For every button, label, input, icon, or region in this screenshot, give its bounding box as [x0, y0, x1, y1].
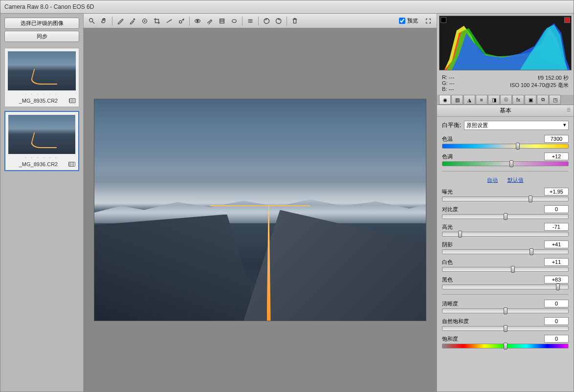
- slider-temp: 色温: [442, 135, 569, 149]
- slider-value-input[interactable]: [544, 317, 569, 325]
- slider-value-input[interactable]: [544, 135, 569, 143]
- svg-point-7: [197, 20, 199, 22]
- thumbnail-rating[interactable]: · · · · · ·: [8, 92, 76, 96]
- highlight-clip-icon[interactable]: [564, 17, 570, 23]
- main-image: [94, 99, 426, 321]
- svg-point-0: [89, 18, 93, 22]
- graduated-filter-icon[interactable]: [217, 16, 227, 26]
- panel-tabs: ◉ ▨ ◮ ≡ ◨ ⦾ fx ▣ ⧉ ◳: [437, 95, 574, 105]
- wb-label: 白平衡:: [442, 121, 461, 130]
- tab-fx[interactable]: fx: [512, 95, 524, 105]
- default-link[interactable]: 默认值: [508, 177, 524, 183]
- histogram[interactable]: [439, 16, 572, 70]
- preview-area: 预览: [84, 14, 437, 392]
- slider-label: 清晰度: [442, 300, 458, 307]
- slider-thumb[interactable]: [511, 266, 515, 273]
- slider-track[interactable]: [442, 308, 569, 313]
- fullscreen-icon[interactable]: [423, 16, 434, 26]
- slider-value-input[interactable]: [544, 335, 569, 343]
- app-title: Camera Raw 8.0 - Canon EOS 6D: [4, 3, 94, 10]
- slider-track[interactable]: [442, 214, 569, 219]
- image-canvas[interactable]: [84, 28, 437, 392]
- slider-value-input[interactable]: [544, 276, 569, 283]
- slider-thumb[interactable]: [504, 325, 508, 332]
- thumbnail-filename: _MG_8936.CR2: [8, 161, 68, 167]
- slider-value-input[interactable]: [544, 152, 569, 160]
- slider-value-input[interactable]: [544, 223, 569, 231]
- rotate-cw-icon[interactable]: [273, 16, 284, 26]
- tab-split[interactable]: ◨: [488, 95, 500, 105]
- slider-thumb[interactable]: [516, 143, 520, 150]
- slider-track[interactable]: [442, 284, 569, 289]
- redeye-tool-icon[interactable]: [192, 16, 203, 26]
- window-body: 选择已评级的图像 同步 · · · · · · _MG_8935.CR2 · ·…: [0, 14, 574, 392]
- tab-snapshots[interactable]: ◳: [549, 95, 561, 105]
- tab-detail[interactable]: ◮: [464, 95, 475, 105]
- shadow-clip-icon[interactable]: [441, 17, 446, 23]
- slider-track[interactable]: [442, 344, 569, 348]
- straighten-tool-icon[interactable]: [164, 16, 175, 26]
- select-rated-button[interactable]: 选择已评级的图像: [4, 18, 79, 29]
- slider-thumb[interactable]: [504, 307, 508, 314]
- slider-value-input[interactable]: [544, 240, 569, 248]
- title-bar: Camera Raw 8.0 - Canon EOS 6D: [0, 0, 574, 14]
- hand-tool-icon[interactable]: [99, 16, 110, 26]
- slider-track[interactable]: [442, 144, 569, 149]
- slider-value-input[interactable]: [544, 205, 569, 213]
- tab-curve[interactable]: ▨: [451, 95, 463, 105]
- tab-basic[interactable]: ◉: [439, 95, 451, 105]
- wb-select[interactable]: 原照设置: [464, 121, 569, 130]
- slider-value-input[interactable]: [544, 300, 569, 307]
- slider-label: 阴影: [442, 241, 453, 248]
- image-metadata: R: --- G: --- B: --- f/9 152.00 秒 ISO 10…: [437, 72, 574, 95]
- preview-checkbox[interactable]: [399, 18, 405, 24]
- tab-lens[interactable]: ⦾: [500, 95, 512, 105]
- preferences-icon[interactable]: [245, 16, 256, 26]
- zoom-tool-icon[interactable]: [87, 16, 97, 26]
- slider-value-input[interactable]: [544, 258, 569, 266]
- thumbnail-rating[interactable]: · · · · · ·: [8, 155, 75, 160]
- tab-presets[interactable]: ⧉: [537, 95, 549, 105]
- meta-b: B: ---: [442, 86, 455, 92]
- slider-thumb[interactable]: [556, 283, 560, 290]
- rotate-ccw-icon[interactable]: [261, 16, 272, 26]
- slider-thumb[interactable]: [458, 231, 462, 238]
- meta-g: G: ---: [442, 80, 455, 86]
- svg-point-11: [232, 19, 237, 22]
- targeted-adjust-icon[interactable]: [139, 16, 150, 26]
- panel-menu-icon[interactable]: ☰: [567, 108, 571, 112]
- trash-icon[interactable]: [289, 16, 300, 26]
- slider-thumb[interactable]: [529, 196, 532, 202]
- adjustment-brush-icon[interactable]: [204, 16, 215, 26]
- slider-track[interactable]: [442, 196, 569, 201]
- tab-camera[interactable]: ▣: [525, 95, 536, 105]
- slider-thumb[interactable]: [530, 248, 533, 255]
- sync-button[interactable]: 同步: [4, 31, 79, 42]
- slider-track[interactable]: [442, 232, 569, 237]
- basic-panel-body: 白平衡: 原照设置 色温 色调 自动 默认值 曝光: [437, 117, 574, 392]
- slider-high: 高光: [442, 223, 569, 237]
- slider-expo: 曝光: [442, 188, 569, 201]
- slider-value-input[interactable]: [544, 188, 569, 196]
- slider-track[interactable]: [442, 326, 569, 331]
- crop-tool-icon[interactable]: [152, 16, 162, 26]
- slider-black: 黑色: [442, 276, 569, 289]
- meta-r: R: ---: [442, 74, 455, 80]
- thumbnail-card[interactable]: · · · · · · _MG_8935.CR2: [4, 48, 79, 107]
- slider-thumb[interactable]: [504, 343, 508, 349]
- preview-label: 预览: [407, 17, 418, 24]
- slider-label: 白色: [442, 259, 453, 266]
- slider-track[interactable]: [442, 161, 569, 166]
- tab-hsl[interactable]: ≡: [476, 95, 487, 105]
- slider-thumb[interactable]: [504, 213, 508, 220]
- auto-link[interactable]: 自动: [487, 177, 498, 183]
- slider-thumb[interactable]: [509, 160, 513, 167]
- slider-label: 饱和度: [442, 335, 458, 343]
- slider-track[interactable]: [442, 249, 569, 254]
- slider-track[interactable]: [442, 267, 569, 272]
- radial-filter-icon[interactable]: [229, 16, 240, 26]
- wb-eyedropper-icon[interactable]: [115, 16, 126, 26]
- spot-removal-icon[interactable]: [176, 16, 187, 26]
- color-sampler-icon[interactable]: [127, 16, 138, 26]
- thumbnail-card[interactable]: · · · · · · _MG_8936.CR2: [4, 111, 79, 171]
